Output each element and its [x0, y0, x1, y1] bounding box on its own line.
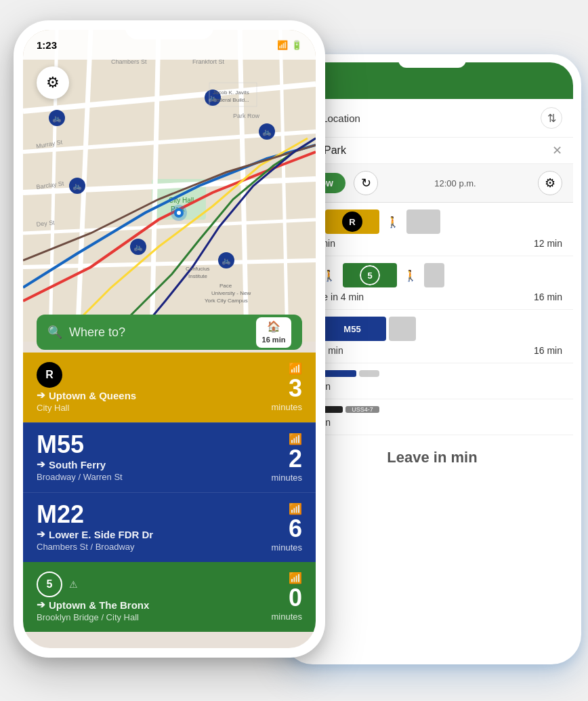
- m55-stop: Broadway / Warren St: [37, 472, 123, 482]
- 5-train-card[interactable]: 5 ⚠ ➔ Uptown & The Bronx Brooklyn Bridge…: [23, 562, 316, 632]
- svg-point-16: [177, 211, 181, 215]
- gray-bar-6: [389, 317, 416, 341]
- m22-stop: Chambers St / Broadway: [37, 542, 153, 552]
- time-label: 12:00 p.m.: [434, 178, 476, 188]
- settings-button-2[interactable]: ⚙: [538, 171, 562, 195]
- r-card-left: R ➔ Uptown & Queens City Hall: [37, 362, 136, 413]
- search-placeholder: Where to?: [69, 325, 256, 340]
- svg-text:🚲: 🚲: [52, 113, 62, 123]
- route-timeline: R 🚶 in 1 min 12 min 🚶: [291, 203, 573, 480]
- r-badge: R: [342, 212, 362, 232]
- svg-text:University - New: University - New: [211, 290, 251, 296]
- svg-text:Institute: Institute: [188, 273, 208, 279]
- svg-text:Jacob K. Javits: Jacob K. Javits: [213, 89, 249, 96]
- r-train-card[interactable]: R ➔ Uptown & Queens City Hall 📶 3 minute…: [23, 353, 316, 422]
- wifi-status-icon: 📶: [277, 40, 288, 50]
- svg-text:🚲: 🚲: [72, 181, 82, 191]
- m22-card[interactable]: M22 ➔ Lower E. Side FDR Dr Chambers St /…: [23, 492, 316, 562]
- 5-direction-text: Uptown & The Bronx: [49, 599, 149, 611]
- 5-wifi-icon: 📶: [289, 572, 302, 584]
- back-notch: [398, 54, 466, 68]
- svg-text:🚲: 🚲: [262, 127, 272, 136]
- m22-minutes: 6: [289, 517, 302, 541]
- m22-route-name: M22: [37, 502, 153, 527]
- m22-direction-text: Lower E. Side FDR Dr: [49, 529, 153, 540]
- leave-in-min-section: Leave in min: [291, 435, 573, 480]
- svg-text:🚲: 🚲: [222, 256, 231, 265]
- back-controls: now ↻ 12:00 p.m. ⚙: [291, 164, 573, 203]
- gray-bar-2: [406, 209, 440, 234]
- 5-arrow: ➔: [37, 599, 45, 611]
- svg-text:York City Campus: York City Campus: [205, 298, 248, 304]
- warning-icon: ⚠: [69, 579, 78, 590]
- phone-front-inner: City Hall Park: [23, 30, 316, 648]
- dest-clear-row: Hall Park ✕: [291, 138, 573, 164]
- gray-bar-4: [424, 263, 444, 287]
- m55-card-right: 📶 2 minutes: [271, 433, 302, 483]
- scene: r Location ⇅ Hall Park ✕ now ↻ 12:00 p.m…: [0, 0, 588, 701]
- walk-icon-3: 🚶: [400, 269, 421, 282]
- m55-wifi-icon: 📶: [289, 433, 302, 445]
- m22-wifi-icon: 📶: [289, 502, 302, 515]
- m55-bar: M55: [318, 317, 386, 341]
- m22-card-left: M22 ➔ Lower E. Side FDR Dr Chambers St /…: [37, 502, 153, 552]
- timeline-info-m55: e in 1 min 16 min: [302, 345, 562, 356]
- refresh-button[interactable]: ↻: [354, 171, 378, 195]
- back-top-bar: [291, 62, 573, 99]
- timeline-info-bar1: 15 min: [302, 381, 562, 392]
- r-card-right: 📶 3 minutes: [271, 362, 302, 412]
- m55-direction-text: South Ferry: [49, 459, 106, 470]
- home-icon: 🏠: [261, 320, 286, 333]
- uss47-bar: USS4-7: [345, 406, 379, 413]
- phone-back-inner: r Location ⇅ Hall Park ✕ now ↻ 12:00 p.m…: [291, 62, 573, 656]
- m55-arrow: ➔: [37, 458, 45, 470]
- timeline-row-bar2: USS4-7 15 min: [291, 399, 573, 435]
- 5-badge: 5: [360, 265, 380, 285]
- r-direction: ➔ Uptown & Queens: [37, 389, 136, 401]
- 5-minutes-label: minutes: [271, 612, 302, 622]
- gray-bar-7: [359, 370, 379, 377]
- r-circle: R: [37, 362, 62, 388]
- svg-text:Federal Build...: Federal Build...: [213, 97, 249, 103]
- 5-route-row: 5 ⚠: [37, 572, 149, 597]
- timeline-info-bar2: 15 min: [302, 417, 562, 428]
- m55-card[interactable]: M55 ➔ South Ferry Broadway / Warren St 📶…: [23, 422, 316, 492]
- phone-front: City Hall Park: [14, 20, 325, 658]
- 5-train-bar: 5: [343, 263, 397, 287]
- r-duration: 12 min: [534, 238, 562, 249]
- notch: [125, 20, 213, 39]
- timeline-info-r: in 1 min 12 min: [302, 238, 562, 249]
- status-icons: 📶 🔋: [277, 40, 302, 50]
- clear-destination-button[interactable]: ✕: [552, 143, 562, 158]
- svg-text:🚲: 🚲: [133, 242, 143, 252]
- m55-minutes-label: minutes: [271, 473, 302, 483]
- timeline-info-5: Leave in 4 min 16 min: [302, 292, 562, 302]
- 5-direction: ➔ Uptown & The Bronx: [37, 599, 149, 611]
- m22-arrow: ➔: [37, 528, 45, 540]
- transit-cards: R ➔ Uptown & Queens City Hall 📶 3 minute…: [23, 353, 316, 648]
- settings-button[interactable]: ⚙: [37, 66, 69, 99]
- location-inputs: r Location: [302, 108, 541, 128]
- r-train-bar: R: [325, 209, 379, 234]
- 5-circle: 5: [37, 572, 62, 597]
- timeline-bars-r: R 🚶: [302, 209, 562, 234]
- m55-route-name: M55: [37, 433, 123, 457]
- r-route-row: R: [37, 362, 136, 388]
- status-time: 1:23: [37, 39, 57, 51]
- r-wifi-icon: 📶: [289, 362, 302, 375]
- search-bar[interactable]: 🔍 Where to? 🏠 16 min: [37, 315, 302, 350]
- r-minutes-label: minutes: [271, 402, 302, 412]
- r-arrow: ➔: [37, 389, 45, 401]
- timeline-row-bar1: 15 min: [291, 363, 573, 399]
- home-badge[interactable]: 🏠 16 min: [256, 317, 291, 348]
- phone-back: r Location ⇅ Hall Park ✕ now ↻ 12:00 p.m…: [283, 54, 581, 664]
- search-icon: 🔍: [47, 325, 62, 340]
- r-direction-text: Uptown & Queens: [49, 390, 136, 401]
- walk-icon-1: 🚶: [382, 216, 404, 228]
- swap-button[interactable]: ⇅: [541, 107, 562, 129]
- 5-duration: 16 min: [534, 292, 562, 302]
- timeline-bars-bar1: [302, 370, 562, 377]
- battery-status-icon: 🔋: [291, 40, 302, 50]
- home-time: 16 min: [262, 336, 286, 344]
- timeline-bars-bar2: USS4-7: [302, 406, 562, 413]
